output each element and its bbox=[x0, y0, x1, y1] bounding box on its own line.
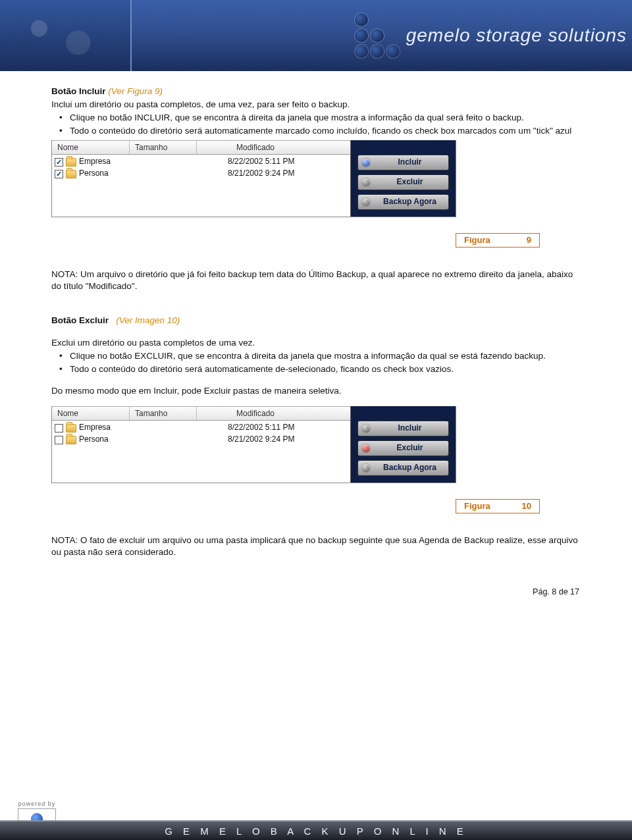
led-gray-icon bbox=[362, 198, 370, 206]
folder-icon bbox=[66, 170, 76, 178]
powered-by-text: powered by bbox=[11, 801, 63, 807]
brand-text: gemelo storage solutions bbox=[406, 25, 627, 46]
buttons-panel: Incluir Excluir Backup Agora bbox=[350, 140, 456, 217]
bullet: Todo o conteúdo do diretório será automa… bbox=[70, 125, 581, 137]
brand-logo-dots bbox=[355, 13, 400, 58]
checkbox-checked-icon[interactable] bbox=[55, 158, 63, 167]
led-gray-icon bbox=[362, 178, 370, 186]
row-name: Empresa bbox=[79, 423, 141, 433]
document-content: Botão Incluir (Ver Figura 9) Inclui um d… bbox=[0, 71, 632, 597]
col-tamanho[interactable]: Tamanho bbox=[130, 141, 197, 154]
col-nome[interactable]: Nome bbox=[52, 407, 130, 420]
nota-1: NOTA: Um arquivo o diretório que já foi … bbox=[51, 269, 581, 292]
folder-icon bbox=[66, 436, 76, 444]
bullet: Clique no botão INCLUIR, que se encontra… bbox=[70, 112, 581, 124]
world-map-decoration bbox=[0, 0, 132, 71]
backup-agora-button[interactable]: Backup Agora bbox=[357, 460, 449, 476]
row-modified: 8/21/2002 9:24 PM bbox=[208, 434, 350, 445]
incluir-button[interactable]: Incluir bbox=[357, 155, 449, 171]
col-nome[interactable]: Nome bbox=[52, 141, 130, 154]
section2-intro: Exclui um diretório ou pasta completos d… bbox=[51, 337, 581, 349]
incluir-button[interactable]: Incluir bbox=[357, 421, 449, 436]
column-headers: Nome Tamanho Modificado bbox=[52, 406, 350, 421]
buttons-panel: Incluir Excluir Backup Agora bbox=[350, 406, 456, 483]
footer-bar-text: G E M E L O B A C K U P O N L I N E bbox=[165, 826, 467, 837]
screenshot-figura-9: Nome Tamanho Modificado Empresa 8/22/200… bbox=[51, 140, 456, 217]
screenshot-figura-10: Nome Tamanho Modificado Empresa 8/22/200… bbox=[51, 406, 456, 483]
brand: gemelo storage solutions bbox=[355, 13, 627, 58]
section2-bullets: Clique no botão EXCLUIR, que se encontra… bbox=[51, 350, 581, 375]
heading-excluir: Botão Excluir bbox=[51, 315, 109, 325]
column-headers: Nome Tamanho Modificado bbox=[52, 140, 350, 155]
backup-agora-button[interactable]: Backup Agora bbox=[357, 194, 449, 210]
table-row[interactable]: Persona 8/21/2002 9:24 PM bbox=[52, 434, 350, 446]
footer-bar: G E M E L O B A C K U P O N L I N E bbox=[0, 820, 632, 840]
table-row[interactable]: Persona 8/21/2002 9:24 PM bbox=[52, 168, 350, 180]
heading-incluir: Botão Incluir bbox=[51, 86, 106, 96]
table-row[interactable]: Empresa 8/22/2002 5:11 PM bbox=[52, 422, 350, 434]
folder-icon bbox=[66, 424, 76, 433]
checkbox-empty-icon[interactable] bbox=[55, 436, 63, 444]
led-gray-icon bbox=[362, 425, 370, 433]
row-modified: 8/22/2002 5:11 PM bbox=[208, 423, 350, 433]
page-number: Pág. 8 de 17 bbox=[51, 587, 581, 597]
heading-ref-10: (Ver Imagen 10) bbox=[116, 315, 180, 325]
row-modified: 8/21/2002 9:24 PM bbox=[208, 169, 350, 179]
table-row[interactable]: Empresa 8/22/2002 5:11 PM bbox=[52, 156, 350, 168]
nota-2: NOTA: O fato de excluir um arquivo ou um… bbox=[51, 535, 581, 558]
led-blue-icon bbox=[362, 159, 370, 167]
excluir-button[interactable]: Excluir bbox=[357, 174, 449, 190]
checkbox-empty-icon[interactable] bbox=[55, 424, 63, 433]
led-gray-icon bbox=[362, 464, 370, 472]
checkbox-checked-icon[interactable] bbox=[55, 170, 63, 178]
excluir-button[interactable]: Excluir bbox=[357, 440, 449, 456]
col-modificado[interactable]: Modificado bbox=[197, 141, 350, 154]
col-tamanho[interactable]: Tamanho bbox=[130, 407, 197, 420]
header-banner: gemelo storage solutions bbox=[0, 0, 632, 71]
section1-bullets: Clique no botão INCLUIR, que se encontra… bbox=[51, 112, 581, 136]
footer: powered by i n v e n t G E M E L O B A C… bbox=[0, 789, 632, 840]
section1-intro: Inclui um diretório ou pasta completos, … bbox=[51, 99, 581, 111]
led-red-icon bbox=[362, 444, 370, 452]
bullet: Clique no botão EXCLUIR, que se encontra… bbox=[70, 350, 581, 362]
row-modified: 8/22/2002 5:11 PM bbox=[208, 157, 350, 167]
section2-after: Do mesmo modo que em Incluir, pode Exclu… bbox=[51, 385, 581, 397]
row-name: Persona bbox=[79, 169, 141, 179]
heading-ref-9: (Ver Figura 9) bbox=[108, 86, 163, 96]
figura-9-label: Figura9 bbox=[456, 233, 540, 248]
folder-icon bbox=[66, 158, 76, 167]
row-name: Persona bbox=[79, 434, 141, 445]
figura-10-label: Figura10 bbox=[456, 499, 540, 513]
bullet: Todo o conteúdo do diretório será automa… bbox=[70, 363, 581, 375]
row-name: Empresa bbox=[79, 157, 141, 167]
col-modificado[interactable]: Modificado bbox=[197, 407, 350, 420]
